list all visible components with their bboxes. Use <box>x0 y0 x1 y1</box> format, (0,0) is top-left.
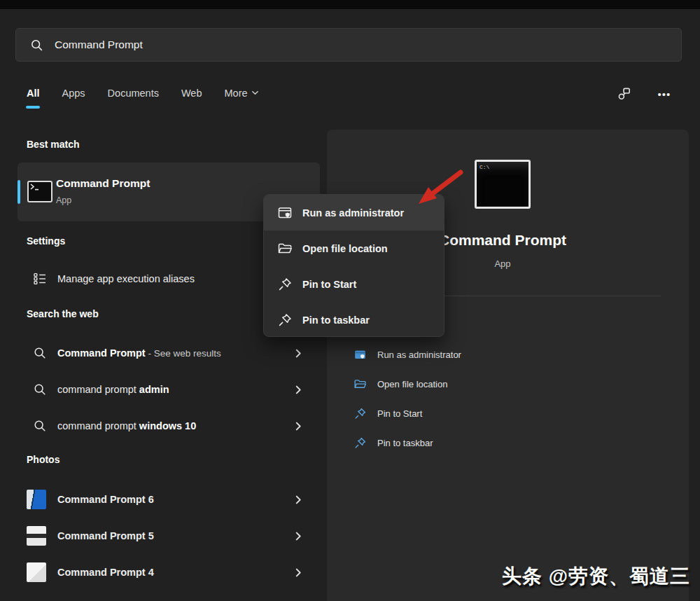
photo-thumbnail <box>27 562 46 582</box>
search-icon <box>30 39 43 52</box>
window-top-edge <box>0 0 700 9</box>
chevron-right-icon[interactable] <box>294 385 303 394</box>
preview-action-label: Pin to taskbar <box>377 438 433 448</box>
search-icon <box>33 382 47 396</box>
suggestion-text: command prompt <box>57 420 139 431</box>
tab-all[interactable]: All <box>27 84 40 99</box>
pin-icon <box>277 312 293 328</box>
tab-documents[interactable]: Documents <box>108 84 159 99</box>
account-icon[interactable] <box>615 84 633 102</box>
best-match-heading: Best match <box>27 139 79 150</box>
command-prompt-large-icon: C:\ <box>475 160 531 209</box>
web-suggestion-row[interactable]: command prompt admin <box>18 374 320 405</box>
context-menu-pin-to-start[interactable]: Pin to Start <box>264 266 444 302</box>
preview-action-open-file-location[interactable]: Open file location <box>341 369 649 399</box>
context-menu-label: Run as administrator <box>302 207 404 219</box>
context-menu-label: Pin to taskbar <box>302 315 370 326</box>
suggestion-hint: - See web results <box>146 348 221 359</box>
selection-accent-bar <box>18 180 20 204</box>
search-input[interactable]: Command Prompt <box>55 39 143 51</box>
chevron-right-icon[interactable] <box>294 532 303 541</box>
suggestion-completion: admin <box>139 384 169 395</box>
pin-icon <box>354 436 367 450</box>
preview-action-pin-to-taskbar[interactable]: Pin to taskbar <box>341 428 649 457</box>
photo-thumbnail <box>27 526 46 546</box>
watermark-text: 头条 @劳资、蜀道三 <box>502 563 690 590</box>
folder-icon <box>277 241 293 256</box>
tab-all-label: All <box>27 88 40 99</box>
preview-action-label: Run as administrator <box>377 350 461 360</box>
run-as-administrator-icon <box>277 205 293 221</box>
suggestion-completion: windows 10 <box>139 420 196 431</box>
more-options-icon[interactable]: ••• <box>655 84 673 102</box>
tab-apps[interactable]: Apps <box>62 84 85 99</box>
photo-thumbnail <box>27 490 46 509</box>
search-filter-tabs: All Apps Documents Web More ••• <box>27 84 673 112</box>
preview-action-label: Pin to Start <box>377 408 422 419</box>
context-menu-label: Pin to Start <box>302 279 356 290</box>
photo-result-row[interactable]: Command Prompt 5 <box>18 520 320 552</box>
settings-heading: Settings <box>27 235 65 247</box>
chevron-down-icon <box>251 89 259 97</box>
run-as-administrator-icon <box>354 348 367 361</box>
chevron-right-icon[interactable] <box>294 568 303 577</box>
context-menu-label: Open file location <box>302 243 388 254</box>
pin-icon <box>277 277 293 292</box>
suggestion-text: Command Prompt <box>57 347 146 359</box>
terminal-prompt-text: C:\ <box>479 164 489 170</box>
active-tab-underline <box>26 106 40 109</box>
photo-label: Command Prompt 4 <box>57 567 154 578</box>
photo-label: Command Prompt 6 <box>57 494 154 505</box>
search-bar[interactable]: Command Prompt <box>15 28 682 62</box>
context-menu-pin-to-taskbar[interactable]: Pin to taskbar <box>264 302 444 337</box>
photos-heading: Photos <box>27 454 59 465</box>
context-menu-open-file-location[interactable]: Open file location <box>264 230 444 266</box>
chevron-right-icon[interactable] <box>294 422 303 431</box>
photo-result-row[interactable]: Command Prompt 4 <box>18 556 320 588</box>
tab-web[interactable]: Web <box>181 84 202 99</box>
list-settings-icon <box>33 272 47 286</box>
photo-result-row[interactable]: Command Prompt 6 <box>18 483 320 516</box>
web-suggestion-row[interactable]: command prompt windows 10 <box>18 410 320 441</box>
suggestion-text: command prompt <box>57 384 139 395</box>
search-web-heading: Search the web <box>27 308 99 319</box>
search-icon <box>33 419 47 433</box>
web-suggestion-row[interactable]: Command Prompt - See web results <box>18 338 320 368</box>
preview-action-run-as-admin[interactable]: Run as administrator <box>341 340 649 369</box>
red-annotation-arrow <box>412 163 475 216</box>
best-match-app-type: App <box>56 195 71 205</box>
chevron-right-icon[interactable] <box>294 495 303 504</box>
search-icon <box>33 346 47 360</box>
folder-icon <box>354 378 367 391</box>
command-prompt-icon <box>27 181 52 202</box>
best-match-app-name: Command Prompt <box>56 177 150 190</box>
preview-action-pin-to-start[interactable]: Pin to Start <box>341 399 649 428</box>
tab-more[interactable]: More <box>225 84 259 99</box>
windows-search-window: Command Prompt All Apps Documents Web Mo… <box>0 0 700 601</box>
photo-label: Command Prompt 5 <box>57 530 154 541</box>
preview-action-label: Open file location <box>377 379 447 389</box>
pin-icon <box>354 407 367 420</box>
settings-item-label: Manage app execution aliases <box>57 273 195 284</box>
chevron-right-icon[interactable] <box>294 349 303 358</box>
